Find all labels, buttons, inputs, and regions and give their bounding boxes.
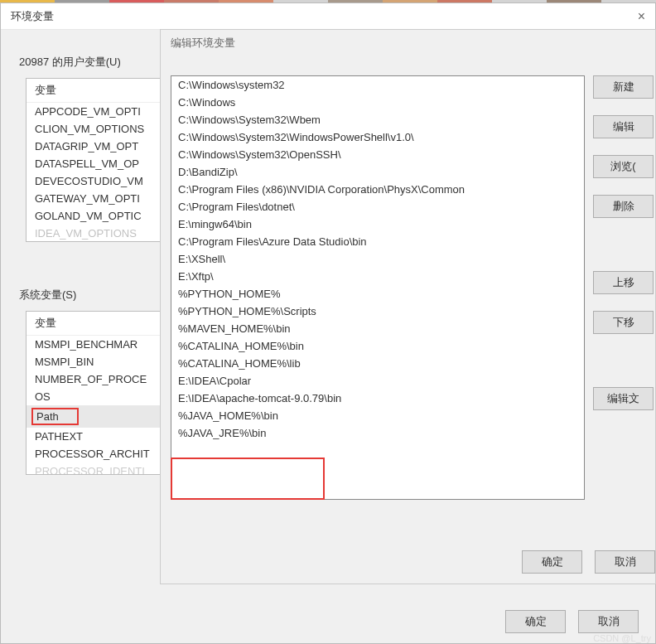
move-down-button[interactable]: 下移 bbox=[593, 311, 654, 334]
path-listbox[interactable]: C:\Windows\system32C:\WindowsC:\Windows\… bbox=[171, 75, 585, 500]
path-list-item[interactable]: E:\XShell\ bbox=[171, 250, 584, 268]
delete-button[interactable]: 删除 bbox=[593, 195, 654, 218]
path-list-item[interactable]: E:\IDEA\apache-tomcat-9.0.79\bin bbox=[171, 390, 584, 407]
path-list-item[interactable]: C:\Program Files (x86)\NVIDIA Corporatio… bbox=[171, 181, 584, 198]
edit-button[interactable]: 编辑 bbox=[593, 115, 654, 138]
path-list-item[interactable]: C:\Program Files\Azure Data Studio\bin bbox=[171, 233, 584, 250]
path-list-item[interactable]: %MAVEN_HOME%\bin bbox=[171, 320, 584, 337]
edit-ok-button[interactable]: 确定 bbox=[522, 550, 582, 574]
path-list-item[interactable]: %PYTHON_HOME% bbox=[171, 285, 584, 303]
edit-title: 编辑环境变量 bbox=[171, 36, 235, 51]
watermark: CSDN @L_try bbox=[593, 633, 651, 643]
path-list-item[interactable]: %CATALINA_HOME%\lib bbox=[171, 355, 584, 372]
edit-titlebar: 编辑环境变量 bbox=[161, 30, 655, 56]
path-list-item[interactable]: C:\Windows\System32\Wbem bbox=[171, 111, 584, 128]
new-button[interactable]: 新建 bbox=[593, 75, 654, 99]
path-list-item[interactable]: D:\BandiZip\ bbox=[171, 163, 584, 181]
path-list-item[interactable]: E:\IDEA\Cpolar bbox=[171, 372, 584, 390]
path-list-item[interactable]: C:\Windows\System32\OpenSSH\ bbox=[171, 146, 584, 163]
path-list-item[interactable]: C:\Program Files\dotnet\ bbox=[171, 198, 584, 215]
path-list-item[interactable]: C:\Windows\System32\WindowsPowerShell\v1… bbox=[171, 128, 584, 146]
edit-env-var-dialog: 编辑环境变量 C:\Windows\system32C:\WindowsC:\W… bbox=[160, 29, 656, 584]
path-list-item[interactable]: %PYTHON_HOME%\Scripts bbox=[171, 303, 584, 320]
path-list-item[interactable]: C:\Windows\system32 bbox=[171, 76, 584, 94]
path-list-item[interactable]: %CATALINA_HOME%\bin bbox=[171, 337, 584, 355]
main-ok-button[interactable]: 确定 bbox=[505, 610, 566, 633]
move-up-button[interactable]: 上移 bbox=[593, 271, 654, 294]
main-cancel-button[interactable]: 取消 bbox=[578, 610, 639, 633]
path-list-item[interactable]: E:\Xftp\ bbox=[171, 268, 584, 285]
main-title: 环境变量 bbox=[11, 9, 54, 24]
path-list-item[interactable]: C:\Windows bbox=[171, 94, 584, 111]
main-titlebar: 环境变量 × bbox=[1, 3, 655, 30]
edit-text-button[interactable]: 编辑文 bbox=[593, 387, 654, 410]
edit-cancel-button[interactable]: 取消 bbox=[595, 550, 655, 574]
close-icon[interactable]: × bbox=[638, 9, 645, 24]
browse-button[interactable]: 浏览( bbox=[593, 155, 654, 178]
button-column: 新建 编辑 浏览( 删除 上移 下移 编辑文 bbox=[593, 75, 655, 427]
path-list-item[interactable]: E:\mingw64\bin bbox=[171, 215, 584, 233]
path-list-item[interactable]: %JAVA_HOME%\bin bbox=[171, 407, 584, 424]
path-list-item[interactable]: %JAVA_JRE%\bin bbox=[171, 424, 584, 442]
